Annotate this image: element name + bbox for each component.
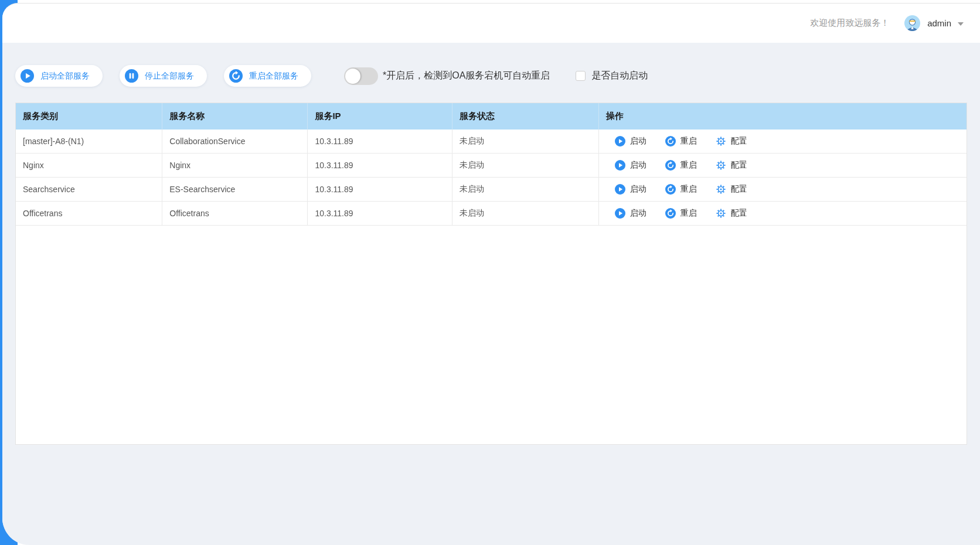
cell-name: ES-Searchservice (162, 178, 308, 202)
config-action-label: 配置 (731, 184, 747, 195)
column-header-ip: 服务IP (308, 103, 452, 130)
play-circle-icon (615, 136, 625, 147)
start-all-services-button[interactable]: 启动全部服务 (15, 65, 103, 87)
column-header-name: 服务名称 (162, 103, 308, 130)
stop-all-label: 停止全部服务 (145, 71, 194, 81)
restart-circle-icon (665, 136, 676, 147)
restart-action-label: 重启 (680, 208, 697, 219)
play-circle-icon (21, 69, 34, 83)
auto-restart-toggle[interactable] (344, 67, 378, 85)
restart-action-label: 重启 (680, 160, 697, 171)
column-header-status: 服务状态 (452, 103, 598, 130)
chevron-down-icon (958, 22, 964, 26)
start-action-label: 启动 (630, 136, 646, 147)
cell-category: Searchservice (16, 178, 162, 202)
start-action-label: 启动 (630, 184, 646, 195)
gear-icon (716, 208, 726, 219)
table-row: [master]-A8-(N1) CollaborationService 10… (16, 130, 967, 154)
cell-status: 未启动 (452, 154, 598, 178)
restart-circle-icon (665, 208, 676, 219)
restart-action-label: 重启 (680, 184, 697, 195)
config-action-button[interactable]: 配置 (716, 160, 747, 171)
config-action-label: 配置 (731, 160, 747, 171)
restart-circle-icon (665, 160, 676, 171)
restart-circle-icon (229, 69, 243, 83)
cell-actions: 启动 重启 配置 (598, 130, 967, 154)
username-label: admin (927, 18, 951, 28)
auto-start-checkbox[interactable] (576, 71, 586, 81)
services-table: 服务类别 服务名称 服务IP 服务状态 操作 [master]-A8-(N1) … (16, 103, 967, 226)
restart-action-button[interactable]: 重启 (665, 208, 697, 219)
welcome-text: 欢迎使用致远服务！ (810, 18, 889, 29)
config-action-label: 配置 (731, 136, 747, 147)
gear-icon (716, 184, 726, 195)
cell-ip: 10.3.11.89 (308, 130, 452, 154)
cell-status: 未启动 (452, 130, 598, 154)
gear-icon (716, 136, 726, 147)
restart-action-button[interactable]: 重启 (665, 160, 697, 171)
cell-category: Nginx (16, 154, 162, 178)
cell-actions: 启动 重启 配置 (598, 178, 967, 202)
play-circle-icon (615, 160, 625, 171)
cell-ip: 10.3.11.89 (308, 202, 452, 226)
column-header-actions: 操作 (598, 103, 967, 130)
start-action-label: 启动 (630, 208, 646, 219)
restart-action-label: 重启 (680, 136, 697, 147)
start-action-button[interactable]: 启动 (615, 208, 646, 219)
restart-all-label: 重启全部服务 (249, 71, 298, 81)
config-action-button[interactable]: 配置 (716, 208, 747, 219)
config-action-button[interactable]: 配置 (716, 136, 747, 147)
play-circle-icon (615, 208, 625, 219)
pause-circle-icon (125, 69, 138, 83)
toggle-knob (345, 69, 360, 84)
table-row: Searchservice ES-Searchservice 10.3.11.8… (16, 178, 967, 202)
cell-name: Nginx (162, 154, 308, 178)
start-action-button[interactable]: 启动 (615, 160, 646, 171)
play-circle-icon (615, 184, 625, 195)
cell-ip: 10.3.11.89 (308, 178, 452, 202)
table-row: Officetrans Officetrans 10.3.11.89 未启动 启… (16, 202, 967, 226)
services-table-panel: 服务类别 服务名称 服务IP 服务状态 操作 [master]-A8-(N1) … (15, 103, 967, 445)
cell-name: CollaborationService (162, 130, 308, 154)
app-window: 欢迎使用致远服务！ admin (2, 3, 980, 545)
restart-action-button[interactable]: 重启 (665, 184, 697, 195)
toolbar: 启动全部服务 停止全部服务 重启全部服务 (15, 65, 967, 87)
stop-all-services-button[interactable]: 停止全部服务 (120, 65, 207, 87)
user-avatar (904, 15, 920, 31)
main-content: 启动全部服务 停止全部服务 重启全部服务 (2, 43, 980, 545)
cell-status: 未启动 (452, 202, 598, 226)
start-action-button[interactable]: 启动 (615, 136, 646, 147)
cell-name: Officetrans (162, 202, 308, 226)
cell-actions: 启动 重启 配置 (598, 202, 967, 226)
admin-avatar-icon (904, 15, 920, 31)
start-all-label: 启动全部服务 (40, 71, 90, 81)
cell-category: [master]-A8-(N1) (16, 130, 162, 154)
cell-ip: 10.3.11.89 (308, 154, 452, 178)
auto-start-label: 是否自动启动 (591, 70, 648, 82)
user-menu[interactable]: admin (904, 15, 964, 31)
column-header-category: 服务类别 (16, 103, 162, 130)
config-action-label: 配置 (731, 208, 747, 219)
table-header-row: 服务类别 服务名称 服务IP 服务状态 操作 (16, 103, 967, 130)
start-action-button[interactable]: 启动 (615, 184, 646, 195)
restart-all-services-button[interactable]: 重启全部服务 (224, 65, 311, 87)
cell-category: Officetrans (16, 202, 162, 226)
start-action-label: 启动 (630, 160, 646, 171)
cell-status: 未启动 (452, 178, 598, 202)
config-action-button[interactable]: 配置 (716, 184, 747, 195)
cell-actions: 启动 重启 配置 (598, 154, 967, 178)
auto-restart-note: *开启后，检测到OA服务宕机可自动重启 (383, 70, 550, 82)
gear-icon (716, 160, 726, 171)
restart-action-button[interactable]: 重启 (665, 136, 697, 147)
top-header: 欢迎使用致远服务！ admin (2, 4, 980, 43)
table-row: Nginx Nginx 10.3.11.89 未启动 启动 (16, 154, 967, 178)
restart-circle-icon (665, 184, 676, 195)
